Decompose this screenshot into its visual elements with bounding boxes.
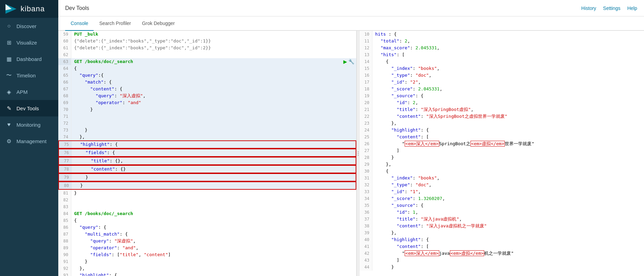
visualize-icon: ⊞ — [5, 39, 12, 46]
table-row: 92 }, — [58, 265, 356, 272]
settings-link[interactable]: Settings — [603, 5, 621, 11]
sidebar-label-devtools: Dev Tools — [16, 105, 39, 111]
line-number: 42 — [359, 250, 372, 257]
line-content: "<em>深入</em>SpringBoot之<em>虚拟</em>世界一学就废… — [372, 140, 644, 147]
table-row: 26 "<em>深入</em>SpringBoot之<em>虚拟</em>世界一… — [359, 140, 644, 147]
line-content: "query":{ — [71, 72, 356, 79]
resize-dots — [358, 151, 359, 156]
table-row: 36 "id": 1, — [359, 209, 644, 216]
line-content: {"delete":{"_index":"books","_type":"doc… — [71, 45, 356, 51]
left-editor[interactable]: 59 PUT _bulk 60 {"delete":{"_index":"boo… — [58, 31, 357, 276]
table-row: 24 "highlight": { — [359, 127, 644, 134]
table-row: 83 — [58, 203, 356, 210]
line-content: "multi_match": { — [71, 231, 356, 238]
table-row: 59 PUT _bulk — [58, 31, 356, 38]
line-actions: ▶ 🔧 — [343, 58, 356, 65]
line-number: 23 — [359, 120, 372, 127]
line-number: 80 — [59, 182, 72, 189]
line-number: 86 — [58, 224, 71, 231]
line-number: 77 — [59, 158, 72, 164]
line-content: "_id": "2", — [372, 79, 644, 86]
line-number: 88 — [58, 238, 71, 244]
line-content: "highlight": { — [372, 127, 644, 134]
line-content: } — [372, 264, 644, 271]
line-number: 19 — [359, 92, 372, 99]
line-number: 30 — [359, 168, 372, 175]
table-row: 12 "max_score": 2.045331, — [359, 45, 644, 51]
line-number: 72 — [58, 120, 71, 127]
line-content: "content": [ — [372, 243, 644, 250]
line-number: 75 — [59, 141, 72, 148]
page-title: Dev Tools — [65, 5, 89, 11]
line-content: PUT _bulk — [71, 31, 356, 38]
tab-grok-debugger[interactable]: Grok Debugger — [136, 16, 180, 31]
table-row: 85 { — [58, 217, 356, 224]
management-icon: ⚙ — [5, 138, 12, 145]
help-link[interactable]: Help — [627, 5, 637, 11]
line-number: 68 — [58, 92, 71, 99]
line-number: 67 — [58, 86, 71, 92]
line-number: 90 — [58, 251, 71, 258]
line-content: hits : { — [372, 31, 644, 38]
sidebar-item-timelion[interactable]: 〜 Timelion — [0, 67, 58, 84]
sidebar-label-monitoring: Monitoring — [16, 122, 40, 128]
line-content: {"delete":{"_index":"books","_type":"doc… — [71, 38, 356, 45]
sidebar-item-devtools[interactable]: ✎ Dev Tools — [0, 100, 58, 116]
line-number: 36 — [359, 209, 372, 216]
table-row: 73 } — [58, 127, 356, 134]
line-content: "_type": "doc", — [372, 181, 644, 188]
logo-area: kibana — [0, 0, 58, 18]
table-row: 84 GET /books/doc/_search — [58, 210, 356, 217]
line-content: } — [71, 106, 356, 113]
sidebar-item-apm[interactable]: ◈ APM — [0, 84, 58, 100]
line-content: "_id": "1", — [372, 188, 644, 195]
table-row: 87 "multi_match": { — [58, 231, 356, 238]
line-content: }, — [372, 229, 644, 236]
line-number: 22 — [359, 113, 372, 120]
line-content: "_score": 1.3260207, — [372, 195, 644, 202]
line-number: 16 — [359, 72, 372, 79]
table-row: 40 "highlight": { — [359, 236, 644, 243]
table-row: 30 { — [359, 168, 644, 175]
line-content: }, — [71, 265, 356, 272]
line-content — [71, 197, 356, 203]
wrench-button[interactable]: 🔧 — [348, 58, 354, 65]
kibana-logo-icon — [5, 3, 17, 15]
sidebar-item-visualize[interactable]: ⊞ Visualize — [0, 34, 58, 51]
table-row: 62 — [58, 51, 356, 58]
line-number: 21 — [359, 106, 372, 113]
resize-handle[interactable] — [357, 31, 359, 276]
line-number: 11 — [359, 38, 372, 45]
table-row: 41 "content": [ — [359, 243, 644, 250]
sidebar-item-dashboard[interactable]: ▦ Dashboard — [0, 51, 58, 67]
line-number: 27 — [359, 147, 372, 154]
table-row: 18 "_score": 2.045331, — [359, 86, 644, 92]
table-row: 67 "content": { — [58, 86, 356, 92]
discover-icon: ○ — [5, 23, 12, 29]
sidebar-item-discover[interactable]: ○ Discover — [0, 18, 58, 34]
line-content: "operator": "and" — [71, 99, 356, 106]
table-row: 37 "title": "深入java虚拟机", — [359, 216, 644, 223]
code-input-area[interactable]: 59 PUT _bulk 60 {"delete":{"_index":"boo… — [58, 31, 356, 276]
table-row: 11 "total": 2, — [359, 38, 644, 45]
line-content: "match": { — [71, 79, 356, 86]
tab-console[interactable]: Console — [65, 16, 94, 31]
sidebar-item-management[interactable]: ⚙ Management — [0, 133, 58, 149]
line-number: 71 — [58, 113, 71, 120]
history-link[interactable]: History — [581, 5, 596, 11]
table-row: 93 "highlight": { — [58, 272, 356, 276]
table-row: 21 "title": "深入SpringBoot虚拟", — [359, 106, 644, 113]
table-row: 17 "_id": "2", — [359, 79, 644, 86]
table-row: 82 — [58, 197, 356, 203]
table-row: 25 "content": [ — [359, 134, 644, 140]
line-number: 37 — [359, 216, 372, 223]
line-content: "content": {} — [72, 166, 356, 173]
sidebar-item-monitoring[interactable]: ♥ Monitoring — [0, 116, 58, 133]
sidebar-label-visualize: Visualize — [16, 40, 37, 46]
table-row: 69 "operator": "and" — [58, 99, 356, 106]
table-row: 20 "id": 2, — [359, 99, 644, 106]
tab-search-profiler[interactable]: Search Profiler — [94, 16, 136, 31]
table-row: 80 } — [58, 181, 356, 190]
run-button[interactable]: ▶ — [343, 58, 347, 65]
line-content: ] — [372, 147, 644, 154]
